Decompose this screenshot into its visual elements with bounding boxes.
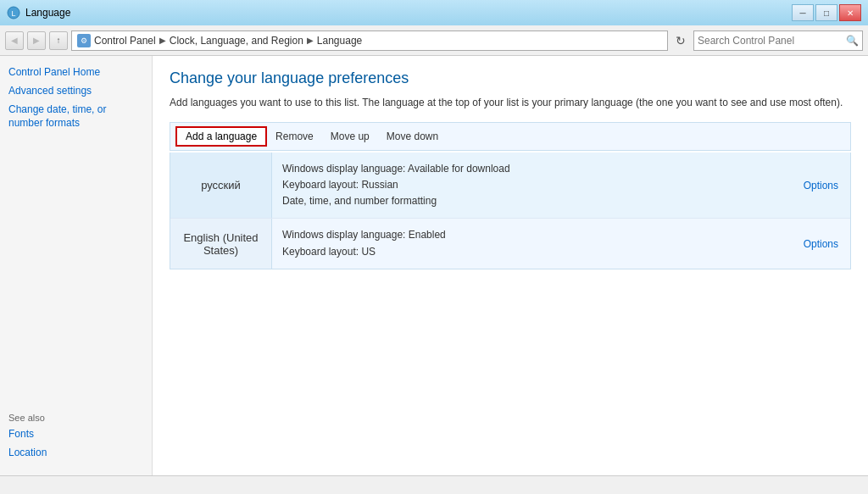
back-button[interactable]: ◀ [5,31,24,50]
breadcrumb-part-1: Control Panel [94,35,156,47]
lang-options-russian: Options [792,153,850,219]
see-also-label: See also [8,413,143,423]
language-item-english: English (United States) Windows display … [170,219,850,268]
language-toolbar: Add a language Remove Move up Move down [170,122,851,151]
title-bar: L Language ─ □ ✕ [0,0,868,25]
lang-options-english: Options [792,219,850,268]
options-link-russian[interactable]: Options [804,180,838,191]
lang-details-russian: Windows display language: Available for … [272,153,792,219]
move-up-button[interactable]: Move up [322,128,378,145]
options-link-english[interactable]: Options [804,238,838,250]
search-input[interactable] [698,35,846,47]
breadcrumb-sep-1: ▶ [159,36,166,45]
address-path[interactable]: ⚙ Control Panel ▶ Clock, Language, and R… [71,31,668,51]
page-description: Add languages you want to use to this li… [170,96,851,110]
sidebar-item-change-date-time[interactable]: Change date, time, or number formats [8,103,143,130]
lang-detail-line3-russian: Date, time, and number formatting [282,193,782,209]
window-controls: ─ □ ✕ [792,4,861,21]
breadcrumb-part-2: Clock, Language, and Region [170,35,303,47]
lang-name-russian: русский [170,153,272,219]
page-title: Change your language preferences [170,69,851,87]
sidebar: Control Panel Home Advanced settings Cha… [0,56,153,475]
main-area: Control Panel Home Advanced settings Cha… [0,56,868,475]
search-icon: 🔍 [846,35,859,47]
lang-name-english: English (United States) [170,219,272,268]
forward-button[interactable]: ▶ [27,31,46,50]
sidebar-item-control-panel-home[interactable]: Control Panel Home [8,66,143,78]
breadcrumb-icon: ⚙ [77,34,91,47]
svg-text:L: L [11,9,15,18]
lang-detail-line1-russian: Windows display language: Available for … [282,161,782,177]
lang-detail-line2-english: Keyboard layout: US [282,244,782,260]
content-area: Change your language preferences Add lan… [153,56,868,475]
sidebar-item-advanced-settings[interactable]: Advanced settings [8,85,143,97]
status-bar [0,475,868,494]
move-down-button[interactable]: Move down [378,128,447,145]
address-bar: ◀ ▶ ↑ ⚙ Control Panel ▶ Clock, Language,… [0,25,868,56]
window-title: Language [25,7,70,19]
language-item-russian: русский Windows display language: Availa… [170,153,850,219]
up-button[interactable]: ↑ [49,31,68,50]
app-icon: L [7,6,20,19]
add-language-button[interactable]: Add a language [175,126,267,147]
breadcrumb-part-3: Language [317,35,362,47]
maximize-button[interactable]: □ [815,4,837,21]
sidebar-item-fonts[interactable]: Fonts [8,428,143,440]
search-box: 🔍 [693,31,863,51]
close-button[interactable]: ✕ [839,4,861,21]
minimize-button[interactable]: ─ [792,4,814,21]
lang-details-english: Windows display language: Enabled Keyboa… [272,219,792,268]
lang-detail-line2-russian: Keyboard layout: Russian [282,177,782,193]
refresh-button[interactable]: ↻ [671,31,690,50]
lang-detail-line1-english: Windows display language: Enabled [282,227,782,243]
sidebar-item-location[interactable]: Location [8,447,143,458]
remove-button[interactable]: Remove [267,128,322,145]
breadcrumb-sep-2: ▶ [307,36,314,45]
language-list: русский Windows display language: Availa… [170,153,851,269]
